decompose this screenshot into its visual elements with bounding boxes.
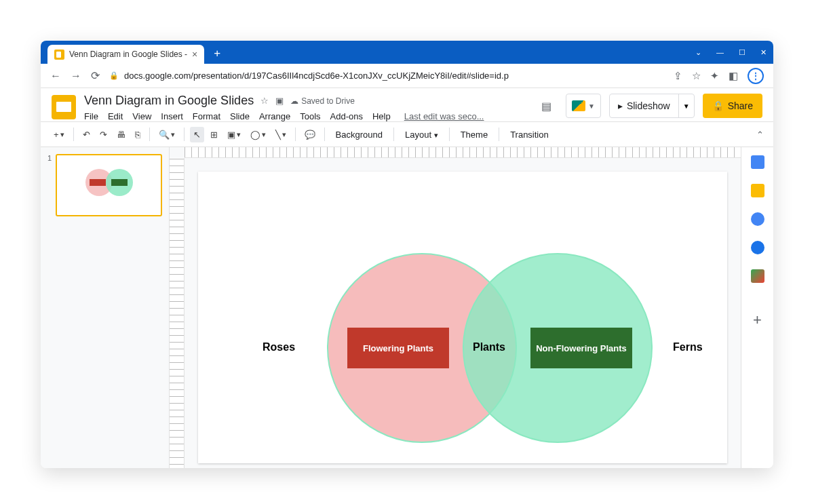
lock-icon: 🔒 [109,71,119,80]
maps-icon[interactable] [751,269,764,283]
share-url-icon[interactable]: ⇪ [674,70,682,82]
slideshow-dropdown[interactable]: ▼ [678,94,694,117]
chevron-down-icon: ▼ [588,102,595,110]
tab-close-icon[interactable]: × [192,49,197,60]
play-icon: ▸ [618,100,623,111]
layout-button[interactable]: Layout ▾ [400,127,444,142]
address-bar: ← → ⟳ 🔒 docs.google.com/presentation/d/1… [41,64,773,88]
tab-title: Venn Diagram in Google Slides - [69,50,187,59]
image-tool[interactable]: ▣ ▾ [224,127,244,142]
venn-text-right[interactable]: Ferns [673,341,703,353]
menu-slide[interactable]: Slide [230,111,250,121]
select-tool[interactable]: ↖ [190,127,204,142]
move-doc-icon[interactable]: ▣ [275,96,284,106]
menu-addons[interactable]: Add-ons [330,111,363,121]
side-panel: + [741,147,773,468]
tasks-icon[interactable] [751,212,764,226]
chevron-down-icon: ▼ [683,102,690,110]
slide-canvas[interactable]: Flowering Plants Non-Flowering Plants Ro… [198,172,727,463]
undo-button[interactable]: ↶ [79,127,94,142]
url-text: docs.google.com/presentation/d/197Cas6II… [124,71,509,81]
profile-icon[interactable]: ◧ [729,70,738,82]
background-button[interactable]: Background [330,127,388,142]
shape-tool[interactable]: ◯ ▾ [247,127,269,142]
star-doc-icon[interactable]: ☆ [260,96,269,106]
menu-file[interactable]: File [84,111,98,121]
maximize-button[interactable]: ☐ [739,48,745,57]
toolbar-collapse-icon[interactable]: ⌃ [756,130,764,140]
menu-format[interactable]: Format [193,111,220,121]
cloud-icon: ☁ [290,96,298,106]
add-addon-button[interactable]: + [753,311,762,329]
extensions-icon[interactable]: ✦ [710,70,719,82]
venn-text-left[interactable]: Roses [263,341,295,353]
contacts-icon[interactable] [751,241,764,254]
line-tool[interactable]: ╲ ▾ [272,127,290,142]
new-slide-button[interactable]: + ▾ [50,127,68,142]
text-box-tool[interactable]: ⊞ [207,127,221,142]
menu-tools[interactable]: Tools [300,111,320,121]
theme-button[interactable]: Theme [455,127,493,142]
keep-icon[interactable] [751,184,764,197]
close-button[interactable]: ✕ [760,48,767,57]
document-title[interactable]: Venn Diagram in Google Slides [84,94,254,108]
back-button[interactable]: ← [50,70,61,82]
calendar-icon[interactable] [751,155,764,169]
lock-icon: 🔒 [712,100,724,111]
save-status: ☁ Saved to Drive [290,96,355,106]
horizontal-ruler[interactable] [185,147,741,158]
chevron-down-icon[interactable]: ⌄ [695,48,701,57]
venn-text-center[interactable]: Plants [473,341,505,353]
reload-button[interactable]: ⟳ [91,69,100,82]
venn-box-left[interactable]: Flowering Plants [347,328,449,368]
meet-icon [572,100,585,111]
forward-button[interactable]: → [71,70,81,82]
comments-button[interactable]: ▤ [535,94,558,117]
share-button[interactable]: 🔒 Share [703,94,762,118]
thumb-number: 1 [47,154,52,216]
venn-box-right[interactable]: Non-Flowering Plants [530,328,632,368]
last-edit-link[interactable]: Last edit was seco... [404,111,484,121]
menu-view[interactable]: View [132,111,151,121]
menu-insert[interactable]: Insert [161,111,183,121]
paint-format-button[interactable]: ⎘ [132,127,144,142]
meet-button[interactable]: ▼ [566,94,601,118]
zoom-button[interactable]: 🔍 ▾ [155,127,178,142]
toolbar: + ▾ ↶ ↷ 🖶 ⎘ 🔍 ▾ ↖ ⊞ ▣ ▾ ◯ ▾ ╲ ▾ 💬 Backgr… [41,121,773,147]
browser-more-button[interactable]: ⋮ [748,68,764,84]
browser-tab[interactable]: Venn Diagram in Google Slides - × [47,45,204,64]
browser-titlebar: Venn Diagram in Google Slides - × + ⌄ — … [41,41,773,64]
menu-arrange[interactable]: Arrange [259,111,290,121]
slides-favicon-icon [54,50,64,60]
star-icon[interactable]: ☆ [692,70,701,82]
minimize-button[interactable]: — [716,48,724,56]
menu-edit[interactable]: Edit [108,111,123,121]
redo-button[interactable]: ↷ [96,127,111,142]
slide-thumbnail[interactable] [56,154,162,216]
slideshow-button[interactable]: ▸ Slideshow ▼ [609,94,695,118]
vertical-ruler[interactable] [170,158,185,468]
url-input[interactable]: 🔒 docs.google.com/presentation/d/197Cas6… [109,71,664,81]
menu-help[interactable]: Help [372,111,391,121]
slides-logo-icon[interactable] [52,95,76,119]
comment-button[interactable]: 💬 [301,127,319,142]
new-tab-button[interactable]: + [210,46,225,61]
print-button[interactable]: 🖶 [113,127,129,142]
slide-thumbnails-panel: 1 [41,147,170,468]
transition-button[interactable]: Transition [505,127,554,142]
